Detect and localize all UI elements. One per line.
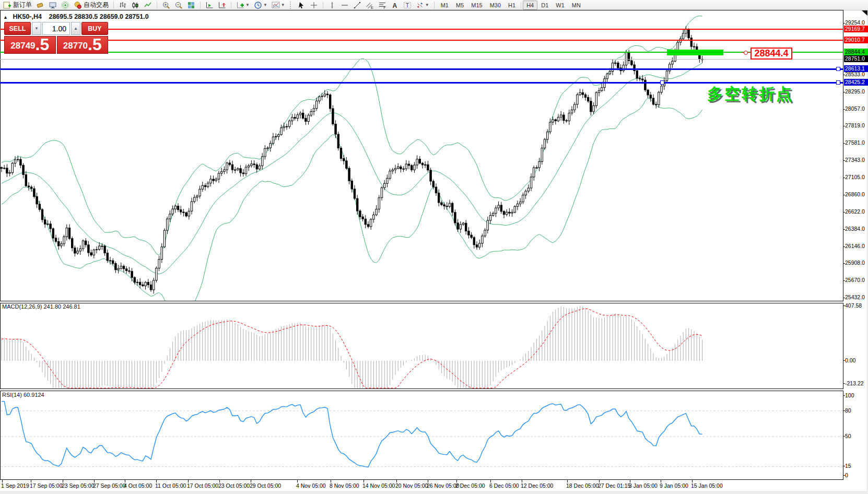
- one-click-trading-panel: SELL ▼ 1.00 ▲ BUY 28749.5 28770.5: [4, 22, 108, 54]
- time-tick: [522, 480, 522, 483]
- annotation-text-cn[interactable]: 多空转折点: [707, 84, 793, 105]
- rsi-pane[interactable]: [0, 391, 843, 480]
- hline-resistance-2[interactable]: [0, 40, 843, 41]
- price-tag-28844[interactable]: 28844.4: [750, 48, 792, 60]
- periods-icon[interactable]: ▼: [252, 0, 269, 10]
- hline-support-green[interactable]: [0, 52, 843, 53]
- hline-resistance-1[interactable]: [0, 29, 843, 30]
- price-tick-label: 27581.0: [844, 139, 868, 146]
- vertical-line-icon[interactable]: [326, 0, 338, 10]
- line-chart-icon[interactable]: [142, 0, 154, 10]
- volume-increase-button[interactable]: ▲: [71, 22, 80, 35]
- chart-shift-icon[interactable]: [203, 0, 216, 10]
- time-label: 27 Dec 01:15: [598, 483, 630, 489]
- volume-input[interactable]: 1.00: [42, 22, 70, 35]
- indicators-icon[interactable]: ▼: [234, 0, 252, 10]
- chart-autoscroll-icon[interactable]: [216, 0, 228, 10]
- trendline-icon[interactable]: [351, 0, 363, 10]
- auto-trading-label: 自动交易: [84, 1, 109, 9]
- ask-price-button[interactable]: 28770.5: [57, 36, 109, 54]
- zoom-out-icon[interactable]: [172, 0, 185, 10]
- price-tick-label: 28057.0: [844, 105, 868, 112]
- scroll-to-end-marker[interactable]: [862, 10, 867, 16]
- trading-platform-window: 新订单自动交易▼▼▼EFAT▼M1M5M15M30H1H4D1W1MN ▲ HK…: [0, 0, 868, 494]
- auto-trading-button[interactable]: 自动交易: [72, 0, 111, 10]
- ohlc-values: 28695.5 28830.5 28659.0 28751.0: [49, 13, 148, 20]
- price-tick-label: 26622.0: [844, 208, 868, 215]
- line-handle-3[interactable]: [660, 80, 664, 85]
- arrows-icon[interactable]: ▼: [414, 0, 431, 10]
- horizontal-line-icon[interactable]: [338, 0, 351, 10]
- toolbar-separator: [290, 2, 292, 9]
- buy-button[interactable]: BUY: [81, 22, 108, 35]
- timeframe-m30-button[interactable]: M30: [486, 1, 505, 10]
- arrows-dropdown-icon[interactable]: ▼: [425, 3, 429, 7]
- timeframe-d1-button[interactable]: D1: [537, 1, 552, 10]
- macd-axis-label: 407.58: [845, 302, 862, 309]
- line-handle-2[interactable]: [836, 80, 840, 85]
- bar-chart-icon[interactable]: [116, 0, 129, 10]
- cursor-icon[interactable]: [295, 0, 308, 10]
- volume-decrease-button[interactable]: ▼: [32, 22, 41, 35]
- auto-trading-icon: [74, 1, 82, 9]
- macd-axis-tick: [843, 360, 845, 361]
- time-label: 23 Sep 05:00: [62, 483, 94, 489]
- fibonacci-icon[interactable]: F: [376, 0, 389, 10]
- new-order-icon: [3, 1, 11, 9]
- new-order-label: 新订单: [13, 1, 32, 9]
- bottom-strip: [0, 491, 868, 494]
- vertical-line-icon: [328, 1, 336, 9]
- sell-button[interactable]: SELL: [4, 22, 31, 35]
- time-tick: [156, 480, 157, 483]
- line-handle-1[interactable]: [836, 67, 840, 71]
- time-label: 29 Oct 05:00: [250, 483, 281, 489]
- text-label-icon[interactable]: T: [401, 0, 414, 10]
- periods-icon: [254, 1, 262, 9]
- equidistant-channel-icon[interactable]: E: [363, 0, 376, 10]
- time-tick: [630, 480, 630, 483]
- time-tick: [428, 480, 428, 483]
- time-label: 9 Jan 05:00: [660, 483, 688, 489]
- macd-pane[interactable]: [0, 303, 843, 389]
- zoom-in-icon[interactable]: [160, 0, 172, 10]
- timeframe-h1-button[interactable]: H1: [505, 1, 519, 10]
- crosshair-icon[interactable]: [308, 0, 320, 10]
- timeframe-mn-button[interactable]: MN: [568, 1, 584, 10]
- timeframe-h4-button[interactable]: H4: [523, 1, 537, 10]
- signal-icon[interactable]: [59, 0, 72, 10]
- templates-icon[interactable]: ▼: [269, 0, 287, 10]
- timeframe-m15-button[interactable]: M15: [467, 1, 486, 10]
- time-label: 18 Dec 05:00: [566, 483, 599, 489]
- hline-blue-1[interactable]: [0, 68, 843, 70]
- periods-dropdown-icon[interactable]: ▼: [263, 3, 267, 7]
- rsi-axis-tick: [843, 395, 845, 396]
- toolbar-separator: [323, 2, 323, 9]
- collapse-panel-icon[interactable]: ▲: [3, 15, 8, 20]
- price-label-current: 28751.0: [844, 55, 868, 62]
- crosshair-icon: [310, 1, 318, 9]
- timeframe-m5-button[interactable]: M5: [452, 1, 467, 10]
- time-tick: [456, 480, 457, 483]
- price-tag-anchor: [744, 51, 748, 55]
- chart-autoscroll-icon: [218, 1, 226, 9]
- time-tick: [599, 480, 600, 483]
- time-tick: [490, 480, 491, 483]
- cursor-icon: [297, 1, 306, 9]
- text-icon[interactable]: A: [389, 0, 401, 10]
- timeframe-w1-button[interactable]: W1: [552, 1, 568, 10]
- ask-dec: .5: [88, 36, 102, 53]
- tile-windows-icon[interactable]: [185, 0, 197, 10]
- main-toolbar: 新订单自动交易▼▼▼EFAT▼M1M5M15M30H1H4D1W1MN: [0, 0, 868, 10]
- line-chart-icon: [144, 1, 152, 9]
- candle-chart-icon[interactable]: [129, 0, 142, 10]
- eraser-icon[interactable]: [34, 0, 46, 10]
- current-price-line[interactable]: [0, 59, 843, 60]
- rsi-axis-label: 0: [845, 472, 848, 478]
- templates-dropdown-icon[interactable]: ▼: [281, 3, 285, 7]
- toolbar-separator: [113, 2, 114, 9]
- terminal-icon[interactable]: [46, 0, 59, 10]
- timeframe-m1-button[interactable]: M1: [437, 1, 452, 10]
- new-order-button[interactable]: 新订单: [1, 0, 34, 10]
- indicators-dropdown-icon[interactable]: ▼: [245, 3, 250, 7]
- bid-price-button[interactable]: 28749.5: [4, 36, 56, 54]
